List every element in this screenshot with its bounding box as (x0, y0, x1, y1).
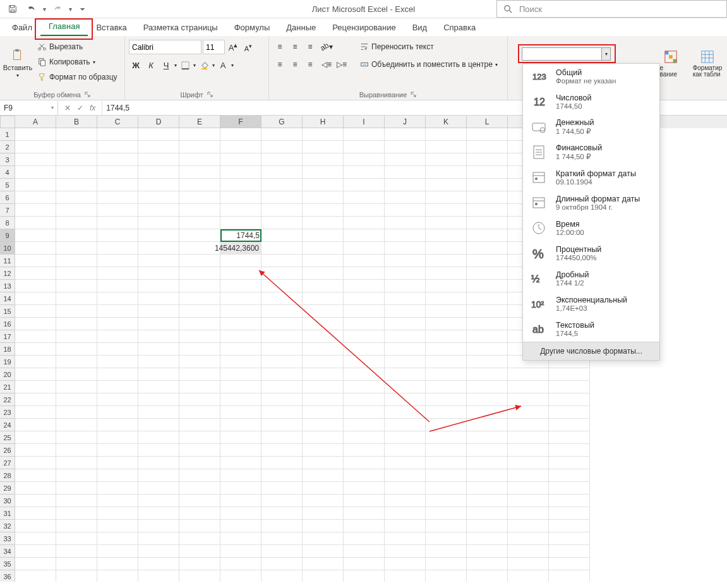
cell-F12[interactable] (220, 267, 261, 280)
cell-L9[interactable] (467, 229, 508, 242)
cell-F1[interactable] (220, 128, 261, 141)
number-format-option-shortdate[interactable]: Краткий формат даты09.10.1904 (523, 165, 659, 190)
number-format-dropdown-button[interactable]: ▾ (601, 47, 611, 61)
cell-L21[interactable] (467, 381, 508, 393)
cell-B18[interactable] (56, 343, 97, 356)
cell-K17[interactable] (426, 330, 467, 343)
cell-C1[interactable] (97, 128, 138, 141)
cell-F10[interactable]: 145442,3600 (220, 242, 261, 255)
undo-button[interactable] (23, 1, 40, 16)
cell-A28[interactable] (15, 469, 56, 482)
cell-A5[interactable] (15, 179, 56, 191)
cell-D26[interactable] (138, 444, 179, 457)
cell-E32[interactable] (179, 520, 220, 532)
cell-F28[interactable] (220, 469, 261, 482)
cell-E20[interactable] (179, 368, 220, 381)
cell-A22[interactable] (15, 393, 56, 406)
cell-K12[interactable] (426, 267, 467, 280)
cell-A24[interactable] (15, 419, 56, 431)
cell-C32[interactable] (97, 520, 138, 532)
cell-E3[interactable] (179, 153, 220, 166)
cell-F29[interactable] (220, 482, 261, 495)
cell-B2[interactable] (56, 141, 97, 153)
row-header-16[interactable]: 16 (0, 318, 15, 330)
cell-E26[interactable] (179, 444, 220, 457)
cell-K35[interactable] (426, 558, 467, 570)
cell-I7[interactable] (344, 204, 385, 217)
number-format-option-longdate[interactable]: Длинный формат даты9 октября 1904 г. (523, 190, 659, 215)
number-format-option-accounting[interactable]: Финансовый 1 744,50 ₽ (523, 140, 659, 165)
cell-J13[interactable] (385, 280, 426, 292)
cell-H35[interactable] (303, 558, 344, 570)
cell-C16[interactable] (97, 318, 138, 330)
cell-E12[interactable] (179, 267, 220, 280)
cell-A10[interactable] (15, 242, 56, 255)
cell-F3[interactable] (220, 153, 261, 166)
cell-F11[interactable] (220, 255, 261, 267)
save-button[interactable] (4, 1, 21, 16)
paste-button[interactable]: Вставить ▾ (4, 37, 32, 90)
cell-Q30[interactable] (549, 495, 590, 507)
cell-H29[interactable] (303, 482, 344, 495)
cell-L11[interactable] (467, 255, 508, 267)
cell-C6[interactable] (97, 191, 138, 204)
tab-review[interactable]: Рецензирование (324, 20, 404, 36)
cell-I8[interactable] (344, 217, 385, 229)
cell-B27[interactable] (56, 457, 97, 469)
name-box[interactable]: F9 ▾ (0, 101, 58, 115)
cell-G28[interactable] (261, 469, 303, 482)
cell-F7[interactable] (220, 204, 261, 217)
merge-center-button[interactable]: Объединить и поместить в центре ▾ (356, 57, 502, 71)
cell-E9[interactable] (179, 229, 220, 242)
cell-D27[interactable] (138, 457, 179, 469)
cell-G11[interactable] (261, 255, 303, 267)
cell-F22[interactable] (220, 393, 261, 406)
cell-H25[interactable] (303, 431, 344, 444)
cell-B5[interactable] (56, 179, 97, 191)
cell-J34[interactable] (385, 545, 426, 558)
cell-P34[interactable] (508, 545, 549, 558)
cell-C11[interactable] (97, 255, 138, 267)
cell-H30[interactable] (303, 495, 344, 507)
cell-H28[interactable] (303, 469, 344, 482)
row-header-20[interactable]: 20 (0, 368, 15, 381)
cell-D20[interactable] (138, 368, 179, 381)
cell-C27[interactable] (97, 457, 138, 469)
cell-Q24[interactable] (549, 419, 590, 431)
row-header-3[interactable]: 3 (0, 153, 15, 166)
cell-J29[interactable] (385, 482, 426, 495)
cell-D1[interactable] (138, 128, 179, 141)
cell-L16[interactable] (467, 318, 508, 330)
column-header-E[interactable]: E (179, 116, 220, 128)
cell-L36[interactable] (467, 570, 508, 582)
cell-C2[interactable] (97, 141, 138, 153)
cell-B34[interactable] (56, 545, 97, 558)
cell-P22[interactable] (508, 393, 549, 406)
cell-H16[interactable] (303, 318, 344, 330)
cell-H14[interactable] (303, 292, 344, 305)
cell-E15[interactable] (179, 305, 220, 318)
row-header-31[interactable]: 31 (0, 507, 15, 520)
cell-E6[interactable] (179, 191, 220, 204)
cell-C24[interactable] (97, 419, 138, 431)
cell-B31[interactable] (56, 507, 97, 520)
number-format-combo[interactable] (522, 47, 603, 61)
cell-P31[interactable] (508, 507, 549, 520)
cell-E28[interactable] (179, 469, 220, 482)
tab-formulas[interactable]: Формулы (226, 20, 279, 36)
cell-P30[interactable] (508, 495, 549, 507)
cell-H21[interactable] (303, 381, 344, 393)
cell-A1[interactable] (15, 128, 56, 141)
cell-H33[interactable] (303, 532, 344, 545)
qat-customize[interactable]: ⏷ (78, 6, 87, 13)
cell-L34[interactable] (467, 545, 508, 558)
cell-Q35[interactable] (549, 558, 590, 570)
cell-K3[interactable] (426, 153, 467, 166)
cell-D7[interactable] (138, 204, 179, 217)
cell-F15[interactable] (220, 305, 261, 318)
row-header-19[interactable]: 19 (0, 356, 15, 368)
cell-Q32[interactable] (549, 520, 590, 532)
cell-F6[interactable] (220, 191, 261, 204)
cell-C25[interactable] (97, 431, 138, 444)
cell-A14[interactable] (15, 292, 56, 305)
